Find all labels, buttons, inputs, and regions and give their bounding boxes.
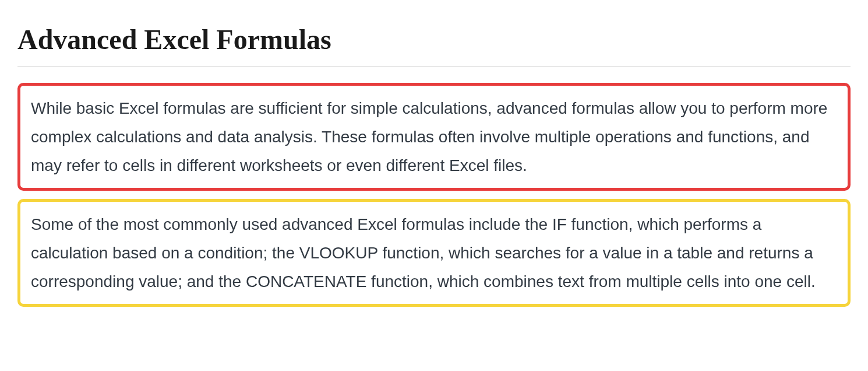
page-title: Advanced Excel Formulas <box>17 23 851 55</box>
paragraph-2-text: Some of the most commonly used advanced … <box>31 210 837 296</box>
paragraph-1-text: While basic Excel formulas are sufficien… <box>31 94 837 180</box>
highlighted-paragraph-yellow: Some of the most commonly used advanced … <box>17 199 851 307</box>
title-divider <box>17 66 851 66</box>
highlighted-paragraph-red: While basic Excel formulas are sufficien… <box>17 83 851 191</box>
